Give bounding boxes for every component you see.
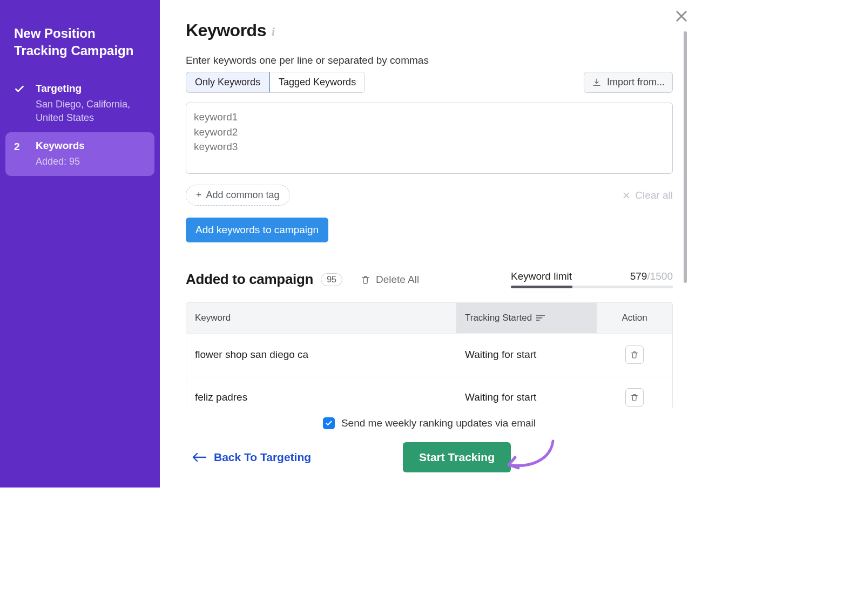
import-label: Import from... bbox=[607, 77, 665, 88]
table-row: flower shop san diego ca Waiting for sta… bbox=[186, 333, 672, 376]
weekly-email-checkbox[interactable] bbox=[323, 417, 335, 429]
info-icon[interactable]: i bbox=[272, 23, 275, 39]
wizard-step-keywords[interactable]: 2 Keywords Added: 95 bbox=[5, 132, 154, 176]
step-label: Keywords bbox=[36, 140, 145, 152]
svg-rect-0 bbox=[536, 315, 545, 316]
wizard-step-targeting[interactable]: Targeting San Diego, California, United … bbox=[0, 75, 160, 132]
start-tracking-button[interactable]: Start Tracking bbox=[403, 442, 511, 472]
add-common-tag-button[interactable]: + Add common tag bbox=[186, 185, 290, 206]
clear-all-label: Clear all bbox=[635, 189, 673, 201]
trash-icon bbox=[630, 350, 639, 359]
trash-icon bbox=[361, 275, 370, 285]
close-icon bbox=[622, 191, 631, 200]
delete-all-button[interactable]: Delete All bbox=[361, 274, 419, 286]
page-title: Keywords i bbox=[186, 21, 673, 40]
arrow-left-icon bbox=[192, 452, 206, 462]
back-to-targeting-button[interactable]: Back To Targeting bbox=[186, 451, 311, 464]
scrollbar-thumb[interactable] bbox=[684, 31, 687, 283]
svg-rect-2 bbox=[536, 320, 539, 321]
table-header: Keyword Tracking Started Action bbox=[186, 303, 672, 333]
th-keyword[interactable]: Keyword bbox=[186, 303, 456, 333]
page-title-text: Keywords bbox=[186, 21, 266, 40]
add-tag-label: Add common tag bbox=[206, 189, 280, 201]
download-icon bbox=[592, 78, 602, 87]
main-panel: Keywords i Enter keywords one per line o… bbox=[160, 0, 699, 488]
wizard-footer: Send me weekly ranking updates via email… bbox=[160, 408, 699, 488]
clear-all-button[interactable]: Clear all bbox=[622, 189, 673, 201]
step-label: Targeting bbox=[36, 83, 150, 94]
tab-only-keywords[interactable]: Only Keywords bbox=[186, 72, 269, 93]
keywords-textarea[interactable] bbox=[186, 103, 673, 174]
limit-used: 579 bbox=[630, 270, 647, 282]
table-row: feliz padres Waiting for start bbox=[186, 376, 672, 408]
trash-icon bbox=[630, 393, 639, 402]
weekly-email-label: Send me weekly ranking updates via email bbox=[341, 417, 536, 429]
th-action: Action bbox=[597, 303, 672, 333]
check-icon bbox=[14, 83, 27, 94]
keyword-limit: Keyword limit 579/1500 bbox=[511, 270, 673, 288]
plus-icon: + bbox=[196, 189, 202, 201]
step-sublabel: San Diego, California, United States bbox=[36, 98, 150, 125]
svg-rect-1 bbox=[536, 317, 542, 319]
back-label: Back To Targeting bbox=[214, 451, 311, 464]
sort-icon bbox=[536, 314, 545, 322]
delete-all-label: Delete All bbox=[376, 274, 419, 286]
cell-status: Waiting for start bbox=[456, 337, 597, 373]
th-tracking-started[interactable]: Tracking Started bbox=[456, 303, 597, 333]
limit-label: Keyword limit bbox=[511, 270, 572, 282]
keywords-table: Keyword Tracking Started Action flower s… bbox=[186, 302, 673, 408]
add-keywords-button[interactable]: Add keywords to campaign bbox=[186, 218, 328, 242]
cell-status: Waiting for start bbox=[456, 380, 597, 408]
delete-row-button[interactable] bbox=[625, 388, 644, 407]
delete-row-button[interactable] bbox=[625, 346, 644, 364]
cell-keyword: feliz padres bbox=[186, 380, 456, 408]
added-count-badge: 95 bbox=[321, 273, 342, 286]
cell-keyword: flower shop san diego ca bbox=[186, 337, 456, 373]
tab-tagged-keywords[interactable]: Tagged Keywords bbox=[269, 72, 364, 92]
wizard-title: New Position Tracking Campaign bbox=[0, 25, 160, 75]
wizard-sidebar: New Position Tracking Campaign Targeting… bbox=[0, 0, 160, 488]
limit-progress bbox=[511, 286, 673, 288]
keywords-hint: Enter keywords one per line or separated… bbox=[186, 55, 673, 66]
step-sublabel: Added: 95 bbox=[36, 155, 145, 168]
keyword-mode-segment: Only Keywords Tagged Keywords bbox=[186, 72, 365, 93]
step-number-icon: 2 bbox=[14, 140, 27, 153]
limit-total: 1500 bbox=[650, 270, 673, 282]
import-from-button[interactable]: Import from... bbox=[584, 72, 673, 93]
added-title: Added to campaign bbox=[186, 271, 313, 288]
